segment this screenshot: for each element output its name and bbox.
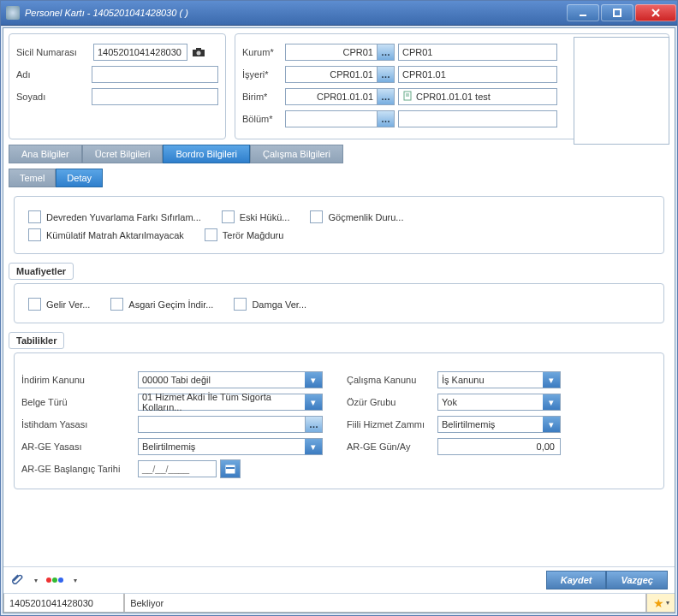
arge-gun-input[interactable]: 0,00 [437, 438, 561, 455]
indirim-combo[interactable]: 00000 Tabi değil ▾ [138, 371, 323, 388]
fiili-combo[interactable]: Belirtilmemiş ▾ [437, 416, 561, 433]
istihdam-input[interactable] [138, 416, 306, 433]
adi-input[interactable] [92, 66, 218, 83]
cb-gelir-vergisi[interactable]: Gelir Ver... [28, 298, 90, 311]
soyadi-label: Soyadı [16, 92, 92, 102]
chevron-down-icon: ▾ [305, 439, 322, 454]
tab-ucret-bilgileri[interactable]: Ücret Bilgileri [82, 145, 164, 163]
birim-name: CPR01.01.01 test [398, 88, 557, 105]
subtab-temel[interactable]: Temel [9, 169, 56, 187]
main-tabs: Ana Bilgiler Ücret Bilgileri Bordro Bilg… [9, 145, 675, 163]
istihdam-lookup[interactable]: … [306, 416, 323, 433]
identity-panel: Sicil Numarası Adı Soyadı [9, 33, 226, 139]
svg-rect-5 [196, 48, 201, 50]
birim-label: Birim* [242, 92, 285, 102]
tabilikler-panel: İndirim Kanunu 00000 Tabi değil ▾ Belge … [14, 352, 664, 489]
paperclip-icon[interactable] [10, 572, 24, 588]
vazgec-button[interactable]: Vazgeç [606, 571, 668, 589]
toolbar: ▾ ▾ Kaydet Vazgeç [3, 566, 675, 593]
kurum-name: CPR01 [398, 44, 557, 61]
document-icon [402, 91, 413, 103]
ozur-combo[interactable]: Yok ▾ [437, 394, 561, 411]
maximize-button[interactable] [601, 4, 633, 21]
cb-devreden[interactable]: Devreden Yuvarlama Farkı Sıfırlam... [28, 210, 201, 223]
isyeri-label: İşyeri* [242, 69, 285, 80]
chevron-down-icon: ▾ [543, 372, 560, 388]
bolum-lookup[interactable]: … [378, 110, 395, 127]
belge-label: Belge Türü [21, 397, 138, 407]
chevron-down-icon: ▾ [543, 394, 560, 410]
star-icon: ★ [653, 596, 664, 610]
tab-calisma-bilgileri[interactable]: Çalışma Bilgileri [250, 145, 343, 163]
rgb-icon[interactable] [46, 578, 63, 583]
calisma-label: Çalışma Kanunu [347, 375, 437, 385]
birim-code[interactable] [285, 88, 378, 105]
svg-rect-1 [614, 9, 621, 16]
calisma-combo[interactable]: İş Kanunu ▾ [437, 371, 561, 388]
bolum-label: Bölüm* [242, 114, 285, 124]
kurum-code[interactable] [285, 44, 378, 61]
chevron-down-icon: ▾ [543, 417, 560, 432]
adi-label: Adı [16, 69, 92, 80]
isyeri-code[interactable] [285, 66, 378, 83]
kurum-lookup[interactable]: … [378, 44, 395, 61]
sicil-input[interactable] [93, 44, 187, 61]
tab-bordro-bilgileri[interactable]: Bordro Bilgileri [163, 145, 250, 163]
belge-combo[interactable]: 01 Hizmet Akdi İle Tüm Sigorta Kolların.… [138, 394, 323, 411]
calendar-icon[interactable] [220, 459, 241, 478]
flags-panel: Devreden Yuvarlama Farkı Sıfırlam... Esk… [14, 196, 664, 254]
muafiyetler-header: Muafiyetler [9, 263, 74, 280]
minimize-button[interactable] [567, 4, 599, 21]
cb-damga-vergisi[interactable]: Damga Ver... [234, 298, 306, 311]
arge-tarih-input[interactable]: __/__/____ [138, 460, 217, 477]
arge-yasasi-label: AR-GE Yasası [21, 441, 138, 452]
cb-asgari-gecim[interactable]: Asgari Geçim İndir... [110, 298, 213, 311]
status-id: 1405201041428030 [3, 594, 124, 613]
dropdown-icon[interactable]: ▾ [74, 577, 77, 584]
arge-tarih-label: AR-GE Başlangıç Tarihi [21, 464, 138, 474]
sub-tabs: Temel Detay [9, 169, 675, 187]
bolum-name [398, 110, 557, 127]
svg-point-6 [197, 51, 201, 56]
birim-lookup[interactable]: … [378, 88, 395, 105]
subtab-detay[interactable]: Detay [56, 169, 103, 187]
bolum-code[interactable] [285, 110, 378, 127]
istihdam-label: İstihdam Yasası [21, 419, 138, 429]
cb-kumulatif[interactable]: Kümülatif Matrah Aktarılmayacak [28, 228, 184, 241]
dropdown-icon[interactable]: ▾ [34, 577, 38, 584]
svg-rect-10 [226, 465, 235, 473]
window-title: Personel Kartı - 1405201041428030 ( ) [25, 8, 566, 18]
title-bar: Personel Kartı - 1405201041428030 ( ) [1, 1, 677, 26]
kurum-label: Kurum* [242, 47, 285, 57]
soyadi-input[interactable] [92, 88, 218, 105]
photo-placeholder[interactable] [574, 37, 669, 145]
cb-eski-hukum[interactable]: Eski Hükü... [222, 210, 290, 223]
chevron-down-icon: ▾ [305, 394, 322, 410]
indirim-label: İndirim Kanunu [21, 375, 138, 385]
cb-teror[interactable]: Terör Mağduru [205, 228, 284, 241]
muafiyetler-panel: Gelir Ver... Asgari Geçim İndir... Damga… [14, 283, 664, 323]
status-state: Bekliyor [124, 594, 646, 613]
fiili-label: Fiili Hizmet Zammı [347, 419, 437, 429]
sicil-label: Sicil Numarası [16, 47, 93, 57]
tabilikler-header: Tabilikler [9, 332, 64, 349]
cb-gocmenlik[interactable]: Göçmenlik Duru... [310, 210, 403, 223]
kaydet-button[interactable]: Kaydet [546, 571, 607, 589]
camera-icon[interactable] [191, 44, 206, 60]
chevron-down-icon: ▾ [305, 372, 322, 388]
app-icon [6, 6, 20, 20]
isyeri-lookup[interactable]: … [378, 66, 395, 83]
arge-gun-label: AR-GE Gün/Ay [347, 441, 437, 452]
arge-yasasi-combo[interactable]: Belirtilmemiş ▾ [138, 438, 323, 455]
isyeri-name: CPR01.01 [398, 66, 557, 83]
status-bar: 1405201041428030 Bekliyor ★▾ [3, 593, 675, 613]
favorite-button[interactable]: ★▾ [646, 594, 675, 613]
ozur-label: Özür Grubu [347, 397, 437, 407]
close-button[interactable] [635, 4, 676, 21]
tab-ana-bilgiler[interactable]: Ana Bilgiler [9, 145, 82, 163]
